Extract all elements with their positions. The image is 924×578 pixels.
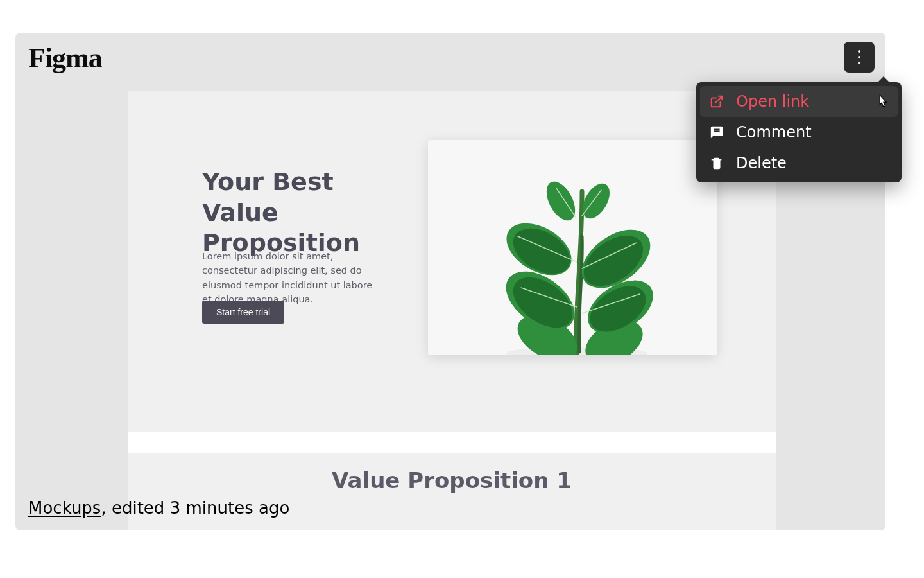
comment-icon: [709, 125, 724, 140]
menu-item-open-link[interactable]: Open link: [700, 86, 898, 117]
svg-line-14: [715, 96, 722, 103]
preview-section-2: Value Proposition 1: [128, 453, 776, 530]
edited-timestamp: , edited 3 minutes ago: [101, 498, 289, 518]
hero-title: Your Best Value Proposition: [202, 167, 414, 259]
more-options-button[interactable]: [844, 42, 875, 73]
section2-title: Value Proposition 1: [332, 468, 572, 530]
open-in-new-icon: [709, 94, 724, 109]
plant-illustration-icon: [428, 140, 717, 355]
kebab-icon: [858, 50, 860, 64]
trash-icon: [709, 155, 724, 171]
svg-rect-0: [428, 140, 717, 355]
preview-divider: [128, 432, 776, 453]
more-options-menu: Open link Comment Delete: [696, 82, 902, 182]
menu-item-label: Delete: [736, 154, 787, 172]
hero-image: [428, 140, 717, 355]
preview-content: Your Best Value Proposition Lorem ipsum …: [128, 91, 776, 432]
menu-item-label: Comment: [736, 123, 812, 141]
embed-caption: Mockups, edited 3 minutes ago: [28, 498, 289, 518]
figma-preview-frame[interactable]: Your Best Value Proposition Lorem ipsum …: [128, 91, 776, 432]
menu-item-label: Open link: [736, 92, 809, 110]
menu-item-delete[interactable]: Delete: [700, 148, 898, 179]
menu-item-comment[interactable]: Comment: [700, 117, 898, 148]
brand-title: Figma: [28, 42, 102, 74]
start-free-trial-button[interactable]: Start free trial: [202, 301, 284, 324]
file-name-link[interactable]: Mockups: [28, 498, 101, 518]
hero-body-text: Lorem ipsum dolor sit amet, consectetur …: [202, 249, 382, 307]
